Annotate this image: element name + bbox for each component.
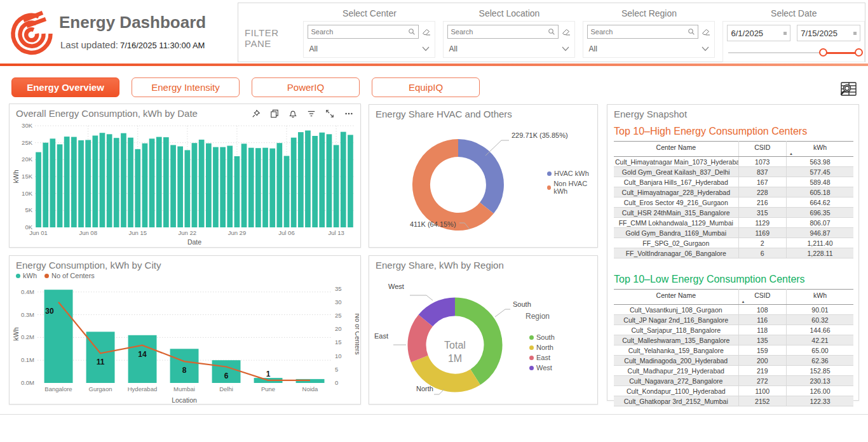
donut-slice[interactable]: [426, 307, 455, 321]
bar[interactable]: [93, 136, 98, 228]
slider-handle-start[interactable]: [819, 48, 827, 57]
bar[interactable]: [128, 335, 157, 383]
table-row[interactable]: Cult_Ghatkopar 3rd_2152_Mumbai2152122.33: [614, 396, 853, 406]
table-row[interactable]: Gold Gym_Bandra_1169_Mumbai1169946.87: [614, 228, 853, 238]
bar[interactable]: [248, 148, 254, 227]
bar[interactable]: [277, 143, 283, 227]
bar[interactable]: [348, 135, 353, 227]
bar[interactable]: [269, 149, 275, 227]
bar[interactable]: [57, 144, 63, 227]
bar[interactable]: [177, 147, 183, 228]
bar[interactable]: [298, 132, 304, 227]
dropdown-location[interactable]: All: [447, 43, 571, 53]
table-row[interactable]: FF_CMM Lokhandwala_1129_Mumbai1129806.07: [614, 218, 853, 228]
bar[interactable]: [334, 145, 339, 227]
bar[interactable]: [78, 140, 84, 227]
column-header-csid[interactable]: CSID: [738, 142, 786, 157]
eraser-icon[interactable]: [702, 28, 710, 36]
eraser-icon[interactable]: [562, 28, 571, 36]
city-combo-chart[interactable]: 0.0M0.1M0.2M0.3M0.4M05101520253035Bangal…: [12, 280, 359, 405]
bar[interactable]: [255, 148, 261, 227]
bar[interactable]: [107, 134, 112, 227]
table-row[interactable]: Cult_Kondapur_1100_Hyderabad1100126.00: [614, 386, 853, 396]
column-header-kwh[interactable]: kWh: [786, 290, 853, 305]
bar[interactable]: [128, 138, 133, 227]
legend-item[interactable]: kWh: [16, 272, 37, 279]
eraser-icon[interactable]: [422, 28, 431, 36]
search-box[interactable]: [587, 25, 698, 39]
focus-mode-icon[interactable]: [325, 109, 334, 118]
bar[interactable]: [284, 156, 290, 228]
table-row[interactable]: Cult_Nagavara_272_Bangalore272230.13: [614, 376, 853, 386]
table-row[interactable]: Cult_HSR 24thMain_315_Bangalore315696.35: [614, 208, 853, 218]
filter-icon[interactable]: [307, 109, 316, 118]
bar[interactable]: [121, 133, 126, 227]
legend-item[interactable]: HVAC kWh: [547, 170, 597, 177]
bar[interactable]: [170, 145, 176, 227]
legend-item[interactable]: South: [529, 333, 555, 341]
table-row[interactable]: Cult_Eros Sector 49_216_Gurgaon216664.62: [614, 198, 853, 208]
column-header-kwh[interactable]: kWh▲: [786, 142, 853, 157]
dropdown-region[interactable]: All: [587, 43, 710, 53]
bar[interactable]: [43, 143, 48, 227]
tab-poweriq[interactable]: PowerIQ: [252, 77, 360, 97]
bar[interactable]: [206, 144, 212, 227]
bar[interactable]: [50, 138, 56, 227]
bar[interactable]: [199, 140, 205, 227]
bar[interactable]: [319, 133, 325, 227]
table-row[interactable]: FF_VoltIndranagar_06_Bangalore61,228.11: [614, 248, 853, 258]
alert-icon[interactable]: [288, 109, 297, 118]
bar[interactable]: [36, 152, 41, 227]
bar[interactable]: [135, 149, 140, 227]
copy-icon[interactable]: [270, 109, 279, 118]
tab-energy-overview[interactable]: Energy Overview: [11, 77, 119, 97]
table-search-icon[interactable]: [839, 80, 858, 98]
slider-handle-end[interactable]: [855, 48, 863, 57]
table-row[interactable]: Cult_JP Nagar 2nd_116_Bangalore11660.32: [614, 315, 853, 325]
daily-bar-chart[interactable]: 0K5K10K15K20K25K30KJun 01Jun 08Jun 15Jun…: [12, 122, 359, 246]
donut-slice[interactable]: [458, 148, 495, 208]
column-header-center-name[interactable]: Center Name: [614, 142, 738, 157]
tab-energy-intensity[interactable]: Energy Intensity: [132, 77, 240, 97]
column-header-csid[interactable]: CSID▲: [738, 290, 786, 305]
bar[interactable]: [100, 133, 105, 227]
bar[interactable]: [262, 148, 268, 227]
bar[interactable]: [213, 147, 219, 227]
date-range-slider[interactable]: [727, 48, 860, 58]
table-row[interactable]: Cult_Vasantkunj_108_Gurgaon10890.01: [614, 305, 853, 315]
bar[interactable]: [220, 147, 226, 227]
table-row[interactable]: FF_SPG_02_Gurgaon21,211.40: [614, 238, 853, 248]
table-row[interactable]: Cult_Malleshwaram_135_Bangalore13542.21: [614, 335, 853, 345]
date-end-input[interactable]: 7/15/2025: [797, 25, 860, 41]
search-box[interactable]: [447, 25, 559, 39]
bar[interactable]: [291, 138, 297, 227]
bar[interactable]: [71, 137, 77, 227]
legend-item[interactable]: West: [529, 364, 555, 372]
bar[interactable]: [64, 137, 70, 227]
bar[interactable]: [44, 290, 73, 383]
search-input[interactable]: [451, 28, 548, 36]
legend-item[interactable]: East: [529, 354, 555, 361]
column-header-center-name[interactable]: Center Name: [614, 290, 738, 305]
legend-item[interactable]: Non HVAC kWh: [547, 180, 597, 195]
table-row[interactable]: Cult_Madhapur_219_Hyderabad219152.85: [614, 366, 853, 376]
more-options-icon[interactable]: [344, 109, 354, 118]
bar[interactable]: [341, 132, 346, 227]
search-input[interactable]: [590, 28, 688, 36]
dropdown-center[interactable]: All: [308, 43, 431, 53]
legend-item[interactable]: North: [529, 344, 555, 351]
bar[interactable]: [85, 140, 91, 227]
bar[interactable]: [241, 144, 247, 227]
date-start-input[interactable]: 6/1/2025: [727, 25, 790, 41]
table-row[interactable]: Gold Gym_Great Kailash_837_Delhi837577.4…: [614, 167, 853, 177]
bar[interactable]: [312, 136, 318, 227]
bar[interactable]: [227, 146, 233, 228]
search-input[interactable]: [311, 28, 408, 36]
table-row[interactable]: Cult_Yelahanka_159_Bangalore15965.00: [614, 345, 853, 356]
table-row[interactable]: Cult_Sarjapur_118_Bangalore118144.66: [614, 325, 853, 335]
bar[interactable]: [305, 131, 311, 228]
bar[interactable]: [149, 138, 155, 227]
legend-item[interactable]: No of Centers: [44, 272, 95, 279]
table-row[interactable]: Cult_Himayatnagar Main_1073_Hyderabad107…: [614, 157, 853, 167]
bar[interactable]: [192, 143, 198, 227]
